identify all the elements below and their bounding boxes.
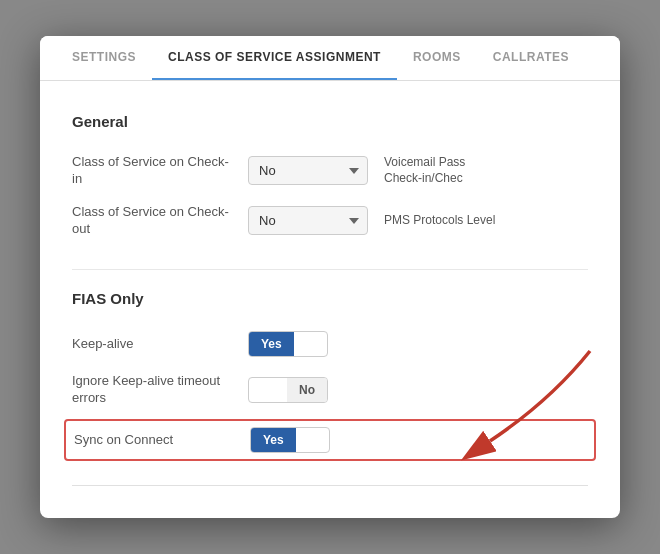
checkin-side-text: Voicemail Pass Check-in/Chec <box>384 155 504 186</box>
keep-alive-yes[interactable]: Yes <box>249 332 294 356</box>
checkout-control: No Yes PMS Protocols Level <box>248 206 588 235</box>
checkout-label: Class of Service on Check-out <box>72 204 232 238</box>
checkout-side-text: PMS Protocols Level <box>384 213 495 229</box>
bottom-divider <box>72 485 588 486</box>
ignore-timeout-label: Ignore Keep-alive timeout errors <box>72 373 232 407</box>
keep-alive-label: Keep-alive <box>72 336 232 353</box>
checkout-row: Class of Service on Check-out No Yes PMS… <box>72 196 588 246</box>
ignore-timeout-yes[interactable] <box>249 385 287 395</box>
sync-connect-no[interactable] <box>296 435 329 445</box>
sync-connect-yes[interactable]: Yes <box>251 428 296 452</box>
keep-alive-control: Yes <box>248 331 588 357</box>
sync-connect-label: Sync on Connect <box>74 432 234 449</box>
tab-bar: SETTINGS CLASS OF SERVICE ASSIGNMENT ROO… <box>40 36 620 81</box>
content-area: General Class of Service on Check-in No … <box>40 81 620 518</box>
tab-callrates[interactable]: CALLRATES <box>477 36 585 80</box>
sync-connect-control: Yes <box>250 427 586 453</box>
sync-connect-row-highlighted: Sync on Connect Yes <box>64 419 596 461</box>
ignore-timeout-no[interactable]: No <box>287 378 327 402</box>
ignore-timeout-control: No <box>248 377 588 403</box>
checkin-label: Class of Service on Check-in <box>72 154 232 188</box>
tab-cos-assignment[interactable]: CLASS OF SERVICE ASSIGNMENT <box>152 36 397 80</box>
fias-heading: FIAS Only <box>72 290 588 307</box>
tab-rooms[interactable]: ROOMS <box>397 36 477 80</box>
ignore-timeout-toggle[interactable]: No <box>248 377 328 403</box>
keep-alive-toggle[interactable]: Yes <box>248 331 328 357</box>
general-section: General Class of Service on Check-in No … <box>72 113 588 246</box>
fias-section: FIAS Only Keep-alive Yes Ignore Keep-ali… <box>72 290 588 461</box>
ignore-timeout-row: Ignore Keep-alive timeout errors No <box>72 365 588 415</box>
keep-alive-no[interactable] <box>294 339 327 349</box>
checkout-dropdown[interactable]: No Yes <box>248 206 368 235</box>
keep-alive-row: Keep-alive Yes <box>72 323 588 365</box>
checkin-dropdown[interactable]: No Yes <box>248 156 368 185</box>
tab-settings[interactable]: SETTINGS <box>56 36 152 80</box>
main-window: SETTINGS CLASS OF SERVICE ASSIGNMENT ROO… <box>40 36 620 518</box>
general-heading: General <box>72 113 588 130</box>
section-divider <box>72 269 588 270</box>
checkin-row: Class of Service on Check-in No Yes Voic… <box>72 146 588 196</box>
sync-connect-toggle[interactable]: Yes <box>250 427 330 453</box>
checkin-control: No Yes Voicemail Pass Check-in/Chec <box>248 155 588 186</box>
